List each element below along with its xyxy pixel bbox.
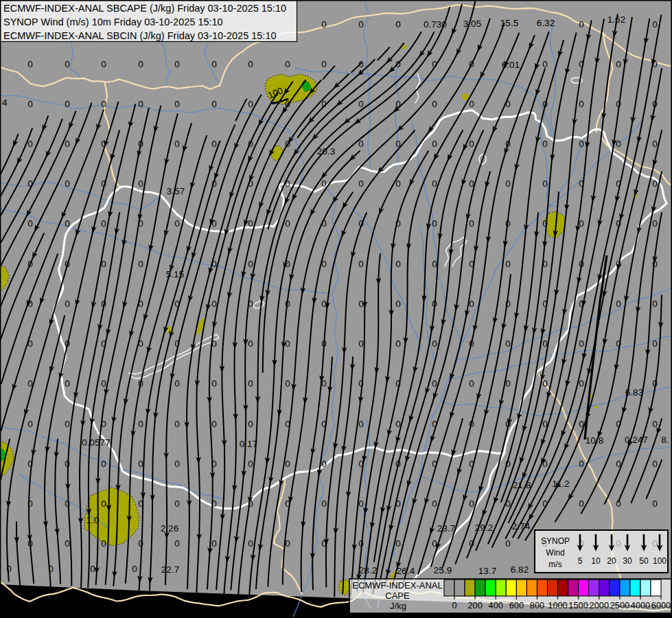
svg-text:0: 0 bbox=[27, 299, 33, 309]
svg-text:20: 20 bbox=[607, 556, 616, 566]
svg-text:0: 0 bbox=[101, 259, 106, 269]
svg-text:0: 0 bbox=[321, 299, 327, 309]
svg-text:0: 0 bbox=[505, 419, 511, 429]
svg-text:3.57: 3.57 bbox=[167, 186, 185, 196]
svg-text:0: 0 bbox=[432, 499, 437, 509]
svg-text:0: 0 bbox=[469, 259, 474, 269]
svg-text:0: 0 bbox=[248, 99, 253, 109]
svg-text:0: 0 bbox=[542, 259, 548, 269]
svg-text:0: 0 bbox=[321, 99, 327, 109]
svg-text:0: 0 bbox=[27, 259, 33, 269]
svg-text:0: 0 bbox=[211, 419, 217, 429]
svg-text:6.82: 6.82 bbox=[511, 564, 529, 575]
svg-text:3.05: 3.05 bbox=[463, 19, 481, 29]
svg-text:0: 0 bbox=[248, 139, 253, 149]
svg-text:0: 0 bbox=[358, 538, 364, 549]
svg-text:0: 0 bbox=[616, 99, 621, 109]
svg-text:0: 0 bbox=[469, 378, 474, 389]
svg-text:800: 800 bbox=[530, 600, 544, 610]
svg-text:0: 0 bbox=[138, 459, 143, 469]
svg-text:0: 0 bbox=[321, 499, 327, 509]
svg-text:28.2: 28.2 bbox=[359, 565, 377, 575]
svg-text:1.62: 1.62 bbox=[607, 14, 625, 25]
svg-text:0: 0 bbox=[101, 179, 106, 189]
svg-text:0: 0 bbox=[395, 259, 401, 269]
svg-text:0: 0 bbox=[432, 99, 437, 109]
svg-text:0: 0 bbox=[211, 99, 217, 109]
svg-text:0: 0 bbox=[652, 59, 658, 69]
svg-text:0: 0 bbox=[248, 378, 253, 389]
svg-text:0: 0 bbox=[469, 179, 474, 189]
svg-text:0: 0 bbox=[27, 179, 33, 189]
svg-text:0: 0 bbox=[211, 59, 217, 69]
svg-text:0: 0 bbox=[65, 259, 70, 269]
svg-text:0: 0 bbox=[285, 459, 290, 469]
svg-text:0: 0 bbox=[27, 59, 33, 69]
svg-text:0: 0 bbox=[27, 139, 33, 149]
svg-text:10: 10 bbox=[591, 556, 601, 566]
svg-text:22.7: 22.7 bbox=[161, 564, 179, 575]
svg-text:0.730: 0.730 bbox=[424, 19, 447, 30]
svg-text:6.01: 6.01 bbox=[502, 60, 520, 70]
svg-text:0: 0 bbox=[174, 419, 180, 429]
svg-text:0: 0 bbox=[505, 538, 511, 549]
svg-text:0: 0 bbox=[469, 59, 474, 69]
svg-text:0: 0 bbox=[285, 499, 290, 509]
svg-text:0: 0 bbox=[248, 259, 253, 269]
svg-text:0: 0 bbox=[505, 299, 511, 309]
svg-text:10.8: 10.8 bbox=[586, 435, 603, 446]
svg-text:0: 0 bbox=[65, 139, 70, 149]
svg-text:0: 0 bbox=[211, 139, 217, 149]
svg-text:0: 0 bbox=[65, 179, 70, 189]
svg-text:0: 0 bbox=[432, 299, 437, 309]
svg-text:400: 400 bbox=[489, 600, 503, 610]
svg-text:5.15: 5.15 bbox=[166, 269, 184, 279]
svg-text:0: 0 bbox=[285, 339, 290, 349]
svg-text:SYNOP: SYNOP bbox=[541, 536, 570, 546]
svg-text:0.17: 0.17 bbox=[240, 439, 257, 449]
svg-text:0: 0 bbox=[101, 499, 106, 509]
svg-text:13.7: 13.7 bbox=[478, 566, 496, 576]
svg-text:0: 0 bbox=[652, 459, 658, 469]
svg-text:0: 0 bbox=[27, 499, 33, 509]
svg-text:0: 0 bbox=[579, 59, 584, 69]
svg-text:0: 0 bbox=[138, 299, 143, 309]
svg-text:0: 0 bbox=[138, 378, 143, 389]
svg-text:0: 0 bbox=[321, 538, 327, 549]
svg-text:0: 0 bbox=[505, 499, 511, 509]
svg-text:0: 0 bbox=[138, 499, 143, 509]
svg-text:CAPE: CAPE bbox=[385, 591, 410, 601]
svg-text:0: 0 bbox=[579, 299, 584, 309]
svg-text:0: 0 bbox=[65, 419, 70, 429]
svg-text:30: 30 bbox=[623, 556, 632, 566]
svg-text:0: 0 bbox=[211, 179, 217, 189]
svg-text:0: 0 bbox=[395, 99, 401, 109]
svg-text:0: 0 bbox=[652, 339, 658, 349]
svg-text:0: 0 bbox=[248, 538, 253, 549]
svg-text:0: 0 bbox=[616, 59, 621, 69]
svg-text:0: 0 bbox=[542, 99, 548, 109]
svg-text:0: 0 bbox=[285, 259, 290, 269]
svg-text:0: 0 bbox=[432, 339, 437, 349]
svg-text:0: 0 bbox=[90, 564, 95, 574]
svg-text:0: 0 bbox=[211, 339, 217, 349]
svg-text:0: 0 bbox=[542, 139, 548, 149]
svg-text:0: 0 bbox=[285, 59, 290, 69]
svg-text:0: 0 bbox=[395, 179, 401, 189]
svg-text:0: 0 bbox=[432, 259, 437, 269]
svg-text:0: 0 bbox=[174, 218, 180, 229]
svg-text:0: 0 bbox=[395, 538, 401, 549]
svg-text:0: 0 bbox=[432, 419, 437, 429]
svg-text:0: 0 bbox=[469, 499, 474, 509]
svg-text:25.9: 25.9 bbox=[434, 565, 452, 575]
svg-text:0: 0 bbox=[358, 19, 364, 30]
svg-text:0: 0 bbox=[652, 179, 658, 189]
svg-text:0: 0 bbox=[65, 378, 70, 389]
svg-text:0: 0 bbox=[174, 299, 180, 309]
svg-text:0: 0 bbox=[652, 19, 658, 30]
svg-text:0: 0 bbox=[211, 459, 217, 469]
svg-text:0: 0 bbox=[101, 299, 106, 309]
svg-text:0: 0 bbox=[358, 99, 364, 109]
svg-text:0: 0 bbox=[395, 499, 401, 509]
svg-text:0: 0 bbox=[616, 299, 621, 309]
